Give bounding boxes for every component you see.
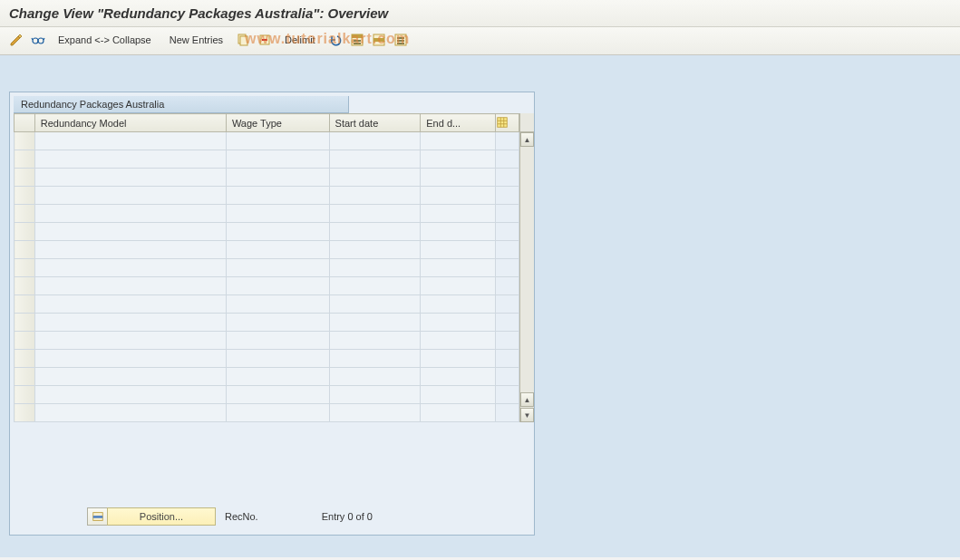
row-selector[interactable] xyxy=(15,241,35,259)
row-selector[interactable] xyxy=(15,368,35,386)
column-header-end-date[interactable]: End d... xyxy=(421,114,496,132)
deselect-all-button[interactable] xyxy=(392,31,410,49)
grid-cell[interactable] xyxy=(226,169,329,187)
grid-cell[interactable] xyxy=(34,169,226,187)
column-header-start-date[interactable]: Start date xyxy=(329,114,421,132)
grid-cell[interactable] xyxy=(421,295,496,314)
grid-cell[interactable] xyxy=(34,223,226,241)
grid-cell[interactable] xyxy=(34,386,226,404)
grid-cell[interactable] xyxy=(421,187,496,205)
grid-cell[interactable] xyxy=(34,350,226,368)
grid-cell[interactable] xyxy=(34,404,226,422)
grid-cell[interactable] xyxy=(34,150,226,169)
grid-cell[interactable] xyxy=(34,277,226,295)
grid-cell[interactable] xyxy=(329,314,421,332)
grid-cell[interactable] xyxy=(329,295,421,314)
grid-cell[interactable] xyxy=(329,332,421,350)
grid-cell[interactable] xyxy=(226,368,329,386)
scroll-down-button[interactable]: ▼ xyxy=(520,408,534,422)
grid-cell[interactable] xyxy=(34,205,226,223)
grid-cell[interactable] xyxy=(421,277,496,295)
grid-cell[interactable] xyxy=(226,132,329,150)
grid-cell[interactable] xyxy=(226,350,329,368)
grid-cell[interactable] xyxy=(329,150,421,169)
scroll-track[interactable] xyxy=(520,147,534,392)
delimit-button[interactable]: Delimit xyxy=(277,33,323,47)
position-button[interactable]: Position... xyxy=(87,507,216,526)
grid-cell[interactable] xyxy=(421,350,496,368)
select-all-button[interactable] xyxy=(348,31,366,49)
scroll-up-button[interactable]: ▲ xyxy=(520,132,534,147)
grid-cell[interactable] xyxy=(226,259,329,277)
grid-cell[interactable] xyxy=(421,259,496,277)
row-selector[interactable] xyxy=(15,314,35,332)
grid-cell[interactable] xyxy=(34,132,226,150)
grid-cell[interactable] xyxy=(226,332,329,350)
grid-cell[interactable] xyxy=(34,332,226,350)
grid-cell[interactable] xyxy=(226,187,329,205)
grid-cell[interactable] xyxy=(34,241,226,259)
grid-cell[interactable] xyxy=(329,205,421,223)
grid-cell[interactable] xyxy=(226,386,329,404)
grid-cell[interactable] xyxy=(329,187,421,205)
grid-cell[interactable] xyxy=(226,205,329,223)
configure-columns-button[interactable] xyxy=(495,114,519,132)
grid-cell[interactable] xyxy=(421,205,496,223)
other-view-button[interactable] xyxy=(29,31,47,49)
grid-cell[interactable] xyxy=(226,241,329,259)
grid-cell[interactable] xyxy=(421,223,496,241)
row-selector-header[interactable] xyxy=(15,114,35,132)
grid-cell[interactable] xyxy=(34,314,226,332)
grid-cell[interactable] xyxy=(226,314,329,332)
grid-cell[interactable] xyxy=(34,368,226,386)
grid-cell[interactable] xyxy=(421,150,496,169)
grid-cell[interactable] xyxy=(329,277,421,295)
grid-cell[interactable] xyxy=(226,404,329,422)
grid-cell[interactable] xyxy=(421,169,496,187)
grid-cell[interactable] xyxy=(329,132,421,150)
select-block-button[interactable] xyxy=(370,31,388,49)
expand-collapse-button[interactable]: Expand <-> Collapse xyxy=(51,33,159,47)
row-selector[interactable] xyxy=(15,350,35,368)
row-selector[interactable] xyxy=(15,150,35,169)
grid-cell[interactable] xyxy=(421,332,496,350)
grid-cell[interactable] xyxy=(421,386,496,404)
delete-button[interactable] xyxy=(256,31,274,49)
grid-cell[interactable] xyxy=(226,150,329,169)
grid-cell[interactable] xyxy=(34,187,226,205)
row-selector[interactable] xyxy=(15,332,35,350)
row-selector[interactable] xyxy=(15,205,35,223)
grid-cell[interactable] xyxy=(34,295,226,314)
column-header-redundancy-model[interactable]: Redundancy Model xyxy=(34,114,226,132)
grid-cell[interactable] xyxy=(226,223,329,241)
grid-cell[interactable] xyxy=(329,259,421,277)
grid-cell[interactable] xyxy=(329,169,421,187)
new-entries-button[interactable]: New Entries xyxy=(162,33,230,47)
grid-cell[interactable] xyxy=(329,368,421,386)
row-selector[interactable] xyxy=(15,386,35,404)
undo-change-button[interactable] xyxy=(326,31,344,49)
row-selector[interactable] xyxy=(15,132,35,150)
copy-as-button[interactable] xyxy=(234,31,252,49)
grid-cell[interactable] xyxy=(34,259,226,277)
scroll-up2-button[interactable]: ▲ xyxy=(520,392,534,407)
change-display-button[interactable] xyxy=(7,31,25,49)
column-header-wage-type[interactable]: Wage Type xyxy=(226,114,329,132)
grid-cell[interactable] xyxy=(421,368,496,386)
grid-cell[interactable] xyxy=(226,277,329,295)
grid-cell[interactable] xyxy=(329,241,421,259)
grid-cell[interactable] xyxy=(329,404,421,422)
row-selector[interactable] xyxy=(15,404,35,422)
row-selector[interactable] xyxy=(15,187,35,205)
row-selector[interactable] xyxy=(15,259,35,277)
row-selector[interactable] xyxy=(15,223,35,241)
row-selector[interactable] xyxy=(15,277,35,295)
row-selector[interactable] xyxy=(15,169,35,187)
grid-cell[interactable] xyxy=(421,241,496,259)
grid-cell[interactable] xyxy=(421,132,496,150)
row-selector[interactable] xyxy=(15,295,35,314)
grid-cell[interactable] xyxy=(421,314,496,332)
grid-cell[interactable] xyxy=(329,223,421,241)
grid-cell[interactable] xyxy=(329,386,421,404)
grid-cell[interactable] xyxy=(421,404,496,422)
